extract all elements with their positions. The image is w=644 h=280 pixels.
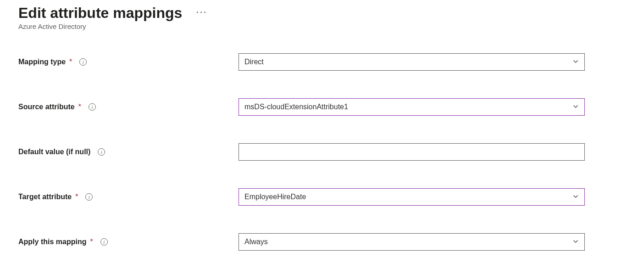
info-icon[interactable] [89, 103, 96, 111]
label-source-attribute: Source attribute * [18, 103, 229, 111]
chevron-down-icon [572, 238, 579, 246]
select-value-source-attribute: msDS-cloudExtensionAttribute1 [244, 103, 572, 111]
select-value-target-attribute: EmployeeHireDate [244, 193, 572, 201]
input-col-source-attribute: msDS-cloudExtensionAttribute1 [239, 98, 585, 116]
label-text-source-attribute: Source attribute [18, 103, 75, 111]
chevron-down-icon [572, 103, 579, 111]
select-value-apply-mapping: Always [244, 238, 572, 246]
label-default-value: Default value (if null) [18, 148, 229, 156]
label-text-target-attribute: Target attribute [18, 193, 72, 201]
row-source-attribute: Source attribute * msDS-cloudExtensionAt… [18, 98, 626, 116]
row-mapping-type: Mapping type * Direct [18, 53, 626, 71]
header-row: Edit attribute mappings ··· [18, 5, 626, 22]
input-col-apply-mapping: Always [239, 233, 585, 251]
row-target-attribute: Target attribute * EmployeeHireDate [18, 188, 626, 206]
label-text-mapping-type: Mapping type [18, 58, 66, 66]
row-apply-mapping: Apply this mapping * Always [18, 233, 626, 251]
breadcrumb: Azure Active Directory [18, 22, 626, 30]
page-header: Edit attribute mappings ··· Azure Active… [18, 5, 626, 30]
label-target-attribute: Target attribute * [18, 193, 229, 201]
label-text-default-value: Default value (if null) [18, 148, 90, 156]
required-indicator: * [78, 103, 81, 111]
required-indicator: * [90, 238, 93, 246]
select-target-attribute[interactable]: EmployeeHireDate [239, 188, 585, 206]
row-default-value: Default value (if null) [18, 143, 626, 161]
more-actions-icon[interactable]: ··· [196, 6, 207, 21]
select-mapping-type[interactable]: Direct [239, 53, 585, 71]
label-text-apply-mapping: Apply this mapping [18, 238, 86, 246]
form: Mapping type * Direct Source attribute *… [18, 53, 626, 251]
info-icon[interactable] [98, 148, 105, 156]
input-default-value[interactable] [239, 143, 585, 161]
chevron-down-icon [572, 58, 579, 66]
select-source-attribute[interactable]: msDS-cloudExtensionAttribute1 [239, 98, 585, 116]
input-col-target-attribute: EmployeeHireDate [239, 188, 585, 206]
label-apply-mapping: Apply this mapping * [18, 238, 229, 246]
required-indicator: * [69, 58, 72, 66]
chevron-down-icon [572, 193, 579, 201]
input-col-mapping-type: Direct [239, 53, 585, 71]
info-icon[interactable] [85, 193, 93, 201]
required-indicator: * [75, 193, 78, 201]
select-value-mapping-type: Direct [244, 58, 572, 66]
select-apply-mapping[interactable]: Always [239, 233, 585, 251]
info-icon[interactable] [100, 238, 108, 246]
page-title: Edit attribute mappings [18, 5, 182, 22]
info-icon[interactable] [79, 58, 87, 66]
input-col-default-value [239, 143, 585, 161]
label-mapping-type: Mapping type * [18, 58, 229, 66]
